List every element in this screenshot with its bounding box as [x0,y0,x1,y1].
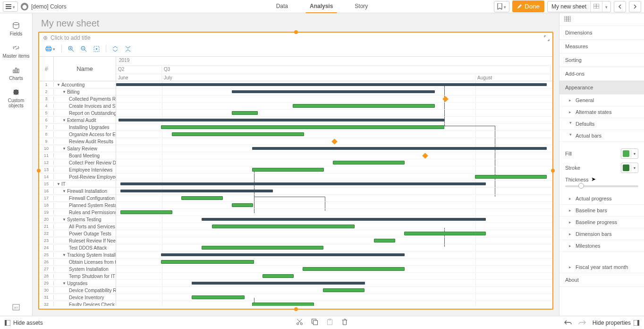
table-icon[interactable] [564,16,571,22]
resize-handle-bottom[interactable] [294,307,298,311]
gantt-timeline-row[interactable] [116,131,552,138]
copy-button[interactable] [312,319,318,327]
zoom-out-button[interactable] [78,44,89,53]
row-name[interactable]: System Installation [54,267,116,272]
summary-bar[interactable] [192,282,365,285]
row-name[interactable]: Employee Interviews [54,167,116,173]
task-bar[interactable] [252,168,324,172]
task-bar[interactable] [323,288,364,292]
gantt-timeline-row[interactable] [116,117,552,124]
task-bar[interactable] [252,303,314,306]
viz-title-placeholder[interactable]: Click to add title [51,35,91,41]
task-bar[interactable] [333,161,405,164]
bookmark-button[interactable] [494,1,509,12]
cut-button[interactable] [297,319,303,327]
assets-custom-objects[interactable]: Custom objects [0,85,32,112]
task-bar[interactable] [404,232,486,235]
gantt-timeline-row[interactable] [116,173,552,181]
gantt-timeline-row[interactable] [116,138,552,145]
row-name[interactable]: Device Compatibility Review [54,288,116,293]
gantt-row[interactable]: 5Report on Outstanding Collections [39,110,116,117]
tab-analysis[interactable]: Analysis [306,0,337,13]
gantt-timeline-row[interactable] [116,301,552,306]
collapse-toggle-icon[interactable]: ▼ [62,118,66,122]
gantt-timeline-row[interactable] [116,251,552,259]
gantt-timeline-row[interactable] [116,273,552,280]
gantt-timeline-row[interactable] [116,110,552,117]
row-name[interactable]: Collect Peer Review Data [54,160,116,165]
task-bar[interactable] [263,274,294,278]
prop-fiscal-year[interactable]: ▸Fiscal year start month [559,261,644,273]
row-name[interactable]: ▼Billing [54,89,116,95]
task-bar[interactable] [212,225,355,228]
task-bar[interactable] [303,267,405,271]
paste-button[interactable] [327,319,333,327]
summary-bar[interactable] [161,253,405,256]
milestone-marker[interactable] [442,96,449,102]
gantt-timeline-row[interactable] [116,159,552,166]
prop-sorting[interactable]: Sorting [559,53,644,67]
slider-handle[interactable] [578,183,584,189]
gantt-timeline-row[interactable] [116,195,552,202]
task-bar[interactable] [475,175,547,179]
gantt-row[interactable]: 1▼Accounting [39,81,116,88]
gantt-timeline-row[interactable] [116,237,552,244]
summary-bar[interactable] [119,119,444,121]
row-name[interactable]: Test DDOS Attack [54,245,116,251]
gantt-row[interactable]: 6▼External Audit [39,117,116,124]
task-bar[interactable] [161,260,254,264]
gantt-timeline-row[interactable] [116,188,552,195]
gantt-timeline-row[interactable] [116,244,552,251]
row-name[interactable]: Faulty Devices Check [54,302,116,306]
assets-charts[interactable]: Charts [0,62,32,85]
gantt-row[interactable]: 25▼Tracking System Installation [39,251,116,259]
prop-baseline-bars[interactable]: ▸Baseline bars [559,205,644,216]
collapse-all-button[interactable] [123,44,134,53]
row-name[interactable]: ▼Tracking System Installation [54,252,116,258]
column-name-header[interactable]: Name [54,57,116,81]
gantt-row[interactable]: 3Collected Payments Review [39,95,116,103]
gantt-row[interactable]: 19Rules and Permissions Audit [39,209,116,216]
milestone-marker[interactable] [422,153,428,159]
expand-icon[interactable] [544,35,550,43]
collapse-toggle-icon[interactable]: ▼ [62,90,66,94]
gantt-row[interactable]: 15▼IT [39,181,116,188]
gantt-timeline-row[interactable] [116,95,552,103]
row-name[interactable]: Board Meeting [54,153,116,158]
gantt-timeline-row[interactable] [116,202,552,209]
row-name[interactable]: All Ports and Services Test [54,224,116,229]
row-name[interactable]: ▼IT [54,182,116,187]
prop-dimensions[interactable]: Dimensions [559,26,644,40]
global-menu-button[interactable] [3,1,18,12]
summary-bar[interactable] [252,147,547,150]
thickness-slider[interactable] [565,185,638,187]
row-name[interactable]: Create Invoices and Send to Customers [54,104,116,109]
row-name[interactable]: Obtain Licenses from the Vendor [54,260,116,265]
gantt-timeline-row[interactable] [116,216,552,223]
prop-defaults[interactable]: ▸Defaults [559,118,644,130]
gantt-timeline-row[interactable] [116,259,552,266]
task-bar[interactable] [120,210,172,214]
prop-about[interactable]: About [559,273,644,287]
gantt-timeline-row[interactable] [116,145,552,152]
row-name[interactable]: ▼Upgrades [54,281,116,286]
tab-story[interactable]: Story [351,0,372,13]
stroke-color-picker[interactable]: ▾ [621,163,638,173]
collapse-toggle-icon[interactable]: ▼ [62,217,66,222]
row-name[interactable]: Installing Upgrades [54,125,116,130]
gantt-timeline-row[interactable] [116,223,552,230]
done-button[interactable]: Done [512,0,544,12]
delete-button[interactable] [342,319,348,327]
row-name[interactable]: Rules and Permissions Audit [54,210,116,215]
gantt-timeline-row[interactable] [116,280,552,287]
gantt-row[interactable]: 22Power Outage Tests [39,230,116,237]
gantt-row[interactable]: 32Faulty Devices Check [39,301,116,306]
gantt-timeline-row[interactable] [116,294,552,301]
row-name[interactable]: Firewall Configuration [54,196,116,201]
row-name[interactable]: ▼Accounting [54,82,116,87]
gantt-row[interactable]: 13Employee Interviews [39,166,116,173]
fill-color-picker[interactable]: ▾ [621,148,638,159]
gantt-row[interactable]: 24Test DDOS Attack [39,244,116,251]
summary-bar[interactable] [120,190,273,192]
gantt-row[interactable]: 4Create Invoices and Send to Customers [39,103,116,110]
